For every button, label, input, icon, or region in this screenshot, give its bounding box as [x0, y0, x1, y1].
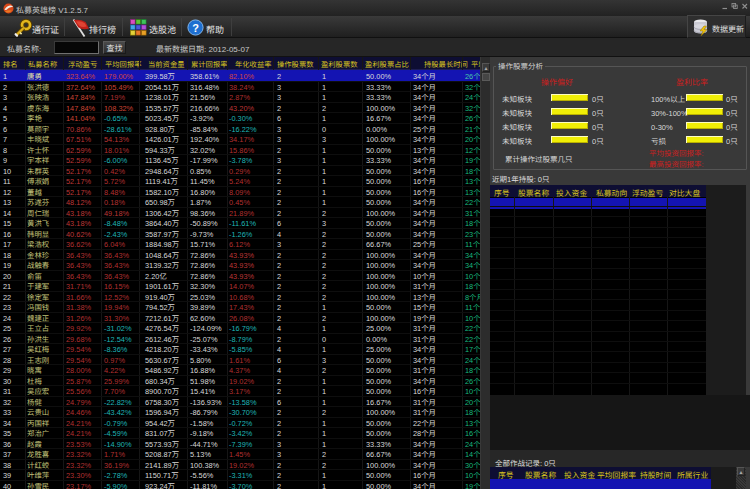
- svg-text:?: ?: [192, 22, 199, 34]
